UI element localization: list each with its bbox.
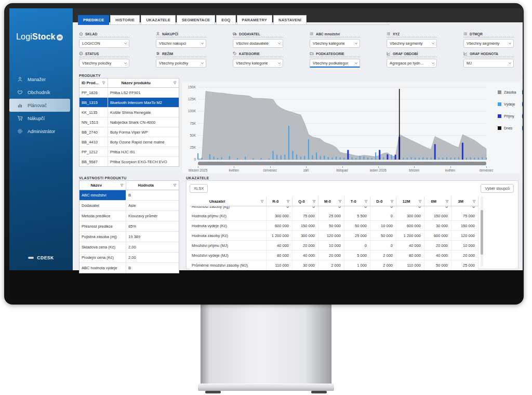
product-row[interactable]: PP_1212 Přilba HJC i91 [79,147,179,157]
indicator-value: 300 000 [267,211,292,220]
filter-funnel-icon[interactable] [260,200,264,203]
indicator-value: 80 000 [396,251,424,260]
filter-funnel-icon[interactable] [364,200,368,203]
indicator-row[interactable]: Množství výdeje (MJ) 80 00040 00020 0005… [190,251,478,260]
sidebar-item-administrátor[interactable]: Administrátor [9,125,73,138]
sidebar-item-manažer[interactable]: Manažer [9,73,73,86]
product-row[interactable]: PP_1826 Přilba LS2 FF901 [79,88,179,98]
indicator-row[interactable]: Hodnota příjmu (Kč) 300 00075 00025 0005… [190,211,478,221]
outflow-bar [324,156,325,160]
outflow-bar [431,157,432,160]
filter-dropdown[interactable]: Všechny položky [156,59,206,68]
tab-segmentace[interactable]: SEGMENTACE [177,15,215,25]
dropdown-value: MJ [467,61,506,65]
filter-funnel-icon[interactable] [286,200,290,203]
indicator-value: 120 000 [318,231,344,240]
chart-legend: Zásoba ✓ Výdeje ✓ Příjmy ✓ Dnes ✓ [498,86,523,134]
inflow-bar [347,150,349,160]
outflow-bar [304,156,305,160]
tab-ukazatele[interactable]: UKAZATELE [141,15,176,25]
filter-funnel-icon[interactable] [418,200,422,203]
indicators-scrollbar-thumb[interactable] [481,210,483,255]
filter-funnel-icon[interactable] [445,200,449,203]
filter-funnel-icon[interactable] [472,200,476,203]
filter-funnel-icon[interactable] [312,200,316,203]
filter-dropdown[interactable]: MJ [463,59,514,68]
y-axis-label: 50K [184,134,196,137]
filter-podkategorie: PODKATEGORIE Všechny podkategor [310,51,360,68]
legend-checkbox[interactable]: ✓ [522,90,523,95]
dropdown-value: Všechny podkategor [313,61,352,65]
filter-dropdown[interactable]: Všechny kategorie [233,59,283,68]
property-row[interactable]: Skladová cena (Kč) 2,00 [79,242,179,253]
property-row[interactable]: ABC množství B [79,190,179,201]
tab-historie[interactable]: HISTORIE [110,15,140,25]
inflow-bar [395,155,396,160]
indicator-row-clipped[interactable]: Hmotnost zásoby (kg) 00000000 [190,206,478,211]
x-axis-tick [342,166,343,168]
product-row[interactable]: BB_5587 Přilba Scorpion EXO-TECH EVO [79,157,179,166]
property-row[interactable]: Přesnost predikce 85% [79,221,179,232]
logo-ai-badge: AI [57,34,63,41]
tab-nastavení[interactable]: NASTAVENÍ [273,15,307,25]
outflow-bar [276,155,277,160]
product-row[interactable]: BB_1315 Bluetooth Intercom MaxTo M2 [79,98,179,108]
legend-checkbox[interactable]: ✓ [522,102,523,107]
filter-dropdown[interactable]: Všechny kategorie [310,39,360,48]
property-row[interactable]: Prodejní cena (Kč) 2,00 [79,253,179,263]
sidebar-item-label: Nákupčí [28,116,45,121]
filter-dropdown[interactable]: Všechny podkategor [310,59,360,68]
chevron-down-icon [122,41,129,46]
column-picker-button[interactable]: Výběr sloupců [481,184,514,193]
property-row[interactable]: ABC hodnota výdeje B [79,263,179,273]
filter-funnel-icon[interactable] [338,200,342,203]
filter-dropdown[interactable]: Všechny položky [79,59,129,68]
sidebar-item-nákupčí[interactable]: Nákupčí [9,112,73,125]
outflow-bar [446,157,447,160]
filter-dropdown[interactable]: Agregace po týdn... [387,59,437,68]
indicator-value: 2 000 [370,260,396,270]
filter-funnel-icon[interactable] [120,183,124,187]
filter-dropdown[interactable]: LOGICON [79,39,129,48]
product-row[interactable]: BB_4410 Boty Ozone Rapid černé matné [79,137,179,147]
main-area: PREDIKCEHISTORIEUKAZATELESEGMENTACEEOQPA… [73,8,523,270]
tab-predikce[interactable]: PREDIKCE [78,15,109,25]
indicator-value: 0 [370,206,396,211]
sidebar-item-plánovač[interactable]: Plánovač [9,99,70,112]
indicator-value: 10 000 [370,221,396,230]
xlsx-export-button[interactable]: XLSX [190,184,208,193]
product-row[interactable]: BB_2740 Boty Forma Viper WP [79,127,179,137]
property-row[interactable]: Pojistná zásoba (mj) 19 389 [79,232,179,242]
indicator-name: Množství příjmu (MJ) [190,241,267,250]
product-row[interactable]: NN_1513 Nabíječka Shark CN-4000 [79,117,179,127]
chart-range-slider[interactable] [198,162,486,165]
filter-funnel-icon[interactable] [390,200,394,203]
outflow-bar [407,157,408,160]
sidebar-item-obchodník[interactable]: Obchodník [9,86,73,99]
indicators-scrollbar[interactable] [481,196,483,267]
legend-checkbox[interactable]: ✓ [522,126,523,130]
filter-funnel-icon[interactable] [173,183,177,187]
indicator-row[interactable]: Množství příjmu (MJ) 40 00020 00010 0000… [190,241,478,251]
dropdown-value: Všechny segmenty [467,41,506,46]
indicator-value: 0 [318,206,344,211]
tab-parametry[interactable]: PARAMETRY [237,15,272,25]
legend-checkbox[interactable]: ✓ [522,114,523,118]
indicator-row[interactable]: Hodnota zásoby (Kč) 1 200 000300 000120 … [190,231,478,241]
indicator-row[interactable]: Hodnota výdeje (Kč) 600 000150 00050 000… [190,221,478,231]
property-row[interactable]: Metoda predikce Klouzavý průměr [79,211,179,221]
property-row[interactable]: Dodavatel Asie [79,201,179,211]
tab-eoq[interactable]: EOQ [216,15,235,25]
chevron-down-icon [275,61,283,65]
sidebar-item-label: Obchodník [28,90,50,95]
filter-dropdown[interactable]: Všechny segmenty [387,39,437,48]
inflow-bar [462,143,463,160]
filter-funnel-icon[interactable] [102,81,105,85]
indicator-row[interactable]: Průměrné množství zásoby (MJ) 110 00030 … [190,260,478,270]
filter-dropdown[interactable]: Všichni nakupci [156,39,206,48]
indicators-table: UkazatelR-0Q-0M-0T-0D-012M6M3M Hmotnost … [190,196,478,270]
filter-dropdown[interactable]: Všichni dodavatelé [233,39,283,48]
product-row[interactable]: KK_1135 Košile Shima Renegate [79,108,179,117]
filter-funnel-icon[interactable] [173,81,177,85]
filter-dropdown[interactable]: Všechny segmenty [463,39,514,48]
